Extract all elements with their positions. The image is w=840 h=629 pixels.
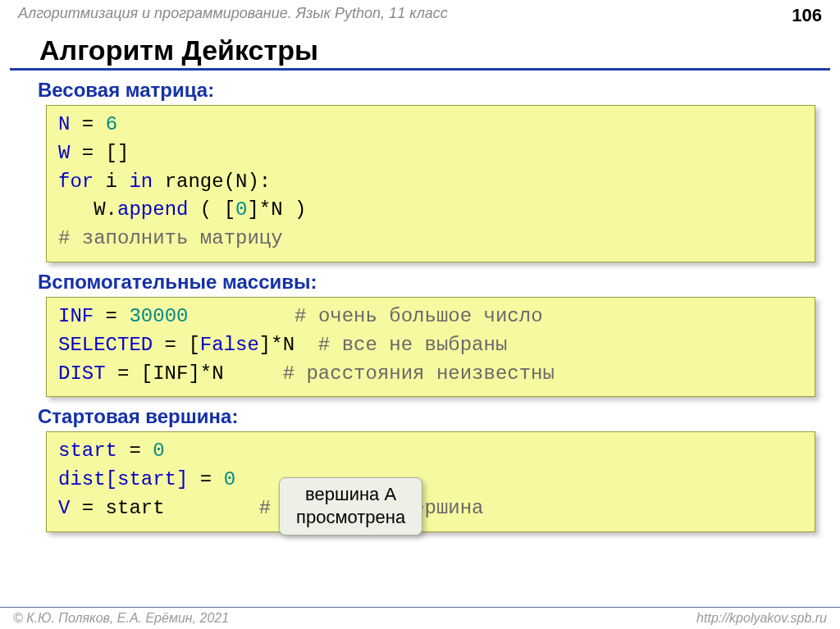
header-bar: Алгоритмизация и программирование. Язык … <box>0 0 840 26</box>
section-weight-matrix: Весовая матрица: <box>0 71 840 105</box>
code-helper-arrays: INF = 30000 # очень большое число SELECT… <box>46 297 815 397</box>
callout-vertex-visited: вершина A просмотрена <box>279 477 422 536</box>
slide-page: Алгоритмизация и программирование. Язык … <box>0 0 840 629</box>
callout-line2: просмотрена <box>296 506 405 529</box>
footer-copyright: © К.Ю. Поляков, Е.А. Ерёмин, 2021 <box>13 611 229 626</box>
course-title: Алгоритмизация и программирование. Язык … <box>18 5 448 22</box>
slide-title: Алгоритм Дейкстры <box>10 26 830 71</box>
section-start-vertex: Стартовая вершина: <box>0 397 840 431</box>
footer-url: http://kpolyakov.spb.ru <box>696 611 827 626</box>
section-helper-arrays: Вспомогательные массивы: <box>0 262 840 297</box>
code-start-vertex: start = 0 dist[start] = 0 V = start # вы… <box>46 431 815 531</box>
page-number: 106 <box>792 5 822 26</box>
code-weight-matrix: N = 6 W = [] for i in range(N): W.append… <box>46 105 815 262</box>
footer: © К.Ю. Поляков, Е.А. Ерёмин, 2021 http:/… <box>0 607 840 626</box>
callout-line1: вершина A <box>296 483 405 506</box>
